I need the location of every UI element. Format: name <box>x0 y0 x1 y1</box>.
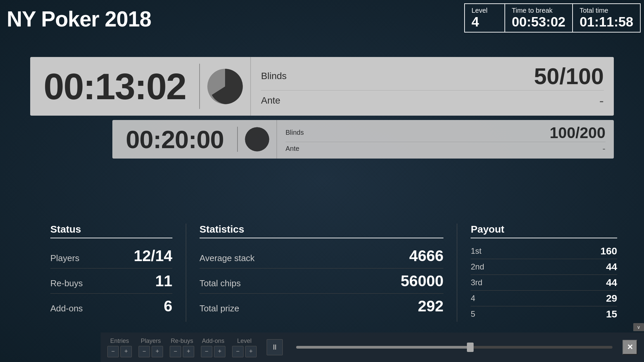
payout-amount: 15 <box>606 308 617 320</box>
avg-stack-value: 4666 <box>409 247 443 265</box>
next-blinds-value: 100/200 <box>550 125 605 140</box>
level-ctrl-label: Level <box>237 338 252 345</box>
addons-buttons: − + <box>201 346 225 357</box>
rebuys-minus-button[interactable]: − <box>170 346 181 357</box>
v-button[interactable]: v <box>633 323 644 331</box>
addons-plus-button[interactable]: + <box>214 346 225 357</box>
next-ante-label: Ante <box>285 145 299 153</box>
statistics-title: Statistics <box>200 224 444 238</box>
payout-amount: 44 <box>606 261 617 273</box>
payout-column: Payout 1st 160 2nd 44 3rd 44 4 29 5 15 <box>457 224 617 322</box>
ante-row: Ante - <box>261 90 604 111</box>
payout-place-label: 5 <box>471 309 475 319</box>
payout-row: 3rd 44 <box>471 275 617 291</box>
players-row: Players 12/14 <box>50 243 172 268</box>
addons-row: Add-ons 6 <box>50 294 172 318</box>
next-blinds-label: Blinds <box>285 129 304 136</box>
rebuys-plus-button[interactable]: + <box>183 346 194 357</box>
payout-amount: 29 <box>606 293 617 304</box>
avg-stack-row: Average stack 4666 <box>200 243 444 268</box>
progress-thumb <box>467 343 474 352</box>
level-label: Level <box>472 7 498 14</box>
total-time-value: 01:11:58 <box>580 14 633 29</box>
next-blinds-row: Blinds 100/200 <box>285 124 605 142</box>
rebuys-label: Re-buys <box>50 278 83 289</box>
next-timer-section: 00:20:00 <box>112 120 237 159</box>
payout-place-label: 1st <box>471 246 481 256</box>
players-control: Players − + <box>139 338 163 357</box>
current-pie-section <box>200 57 250 116</box>
rebuys-row: Re-buys 11 <box>50 268 172 294</box>
current-timer-section: 00:13:02 <box>30 57 199 116</box>
status-title: Status <box>50 224 172 238</box>
entries-minus-button[interactable]: − <box>107 346 119 357</box>
rebuys-control: Re-buys − + <box>170 338 194 357</box>
app-title: NY Poker 2018 <box>7 7 151 32</box>
blinds-value: 50/100 <box>534 65 604 87</box>
entries-plus-button[interactable]: + <box>120 346 132 357</box>
ante-label: Ante <box>261 95 280 106</box>
payout-title: Payout <box>471 224 617 238</box>
progress-slider[interactable] <box>296 346 612 349</box>
break-box: Time to break 00:53:02 <box>505 4 573 32</box>
payout-place-label: 4 <box>471 294 475 303</box>
payout-row: 4 29 <box>471 291 617 306</box>
break-label: Time to break <box>512 7 566 14</box>
level-value: 4 <box>472 14 498 29</box>
players-ctrl-label: Players <box>141 338 161 345</box>
total-time-label: Total time <box>580 7 633 14</box>
players-plus-button[interactable]: + <box>152 346 163 357</box>
total-chips-value: 56000 <box>401 272 444 290</box>
next-pie-chart <box>245 127 270 152</box>
break-value: 00:53:02 <box>512 14 566 29</box>
entries-label: Entries <box>110 338 129 345</box>
level-buttons: − + <box>232 346 257 357</box>
players-minus-button[interactable]: − <box>139 346 150 357</box>
avg-stack-label: Average stack <box>200 253 255 263</box>
payout-row: 5 15 <box>471 306 617 322</box>
total-chips-label: Total chips <box>200 278 241 289</box>
ante-value: - <box>599 93 604 108</box>
total-chips-row: Total chips 56000 <box>200 268 444 294</box>
current-blinds-section: Blinds 50/100 Ante - <box>250 57 614 116</box>
addons-control: Add-ons − + <box>201 338 225 357</box>
progress-fill <box>296 346 470 349</box>
total-prize-row: Total prize 292 <box>200 294 444 318</box>
current-pie-chart <box>207 68 244 105</box>
top-info-bar: Level 4 Time to break 00:53:02 Total tim… <box>464 3 641 33</box>
players-value: 12/14 <box>134 247 172 265</box>
status-column: Status Players 12/14 Re-buys 11 Add-ons … <box>50 224 186 322</box>
total-prize-label: Total prize <box>200 303 239 314</box>
entries-control: Entries − + <box>107 338 132 357</box>
players-buttons: − + <box>139 346 163 357</box>
next-level-panel: 00:20:00 Blinds 100/200 Ante - <box>112 120 614 159</box>
level-plus-button[interactable]: + <box>245 346 257 357</box>
payout-rows: 1st 160 2nd 44 3rd 44 4 29 5 15 <box>471 243 617 322</box>
payout-place-label: 3rd <box>471 278 482 287</box>
addons-minus-button[interactable]: − <box>201 346 212 357</box>
svg-point-2 <box>245 127 269 152</box>
payout-row: 2nd 44 <box>471 259 617 275</box>
statistics-column: Statistics Average stack 4666 Total chip… <box>186 224 458 322</box>
players-label: Players <box>50 253 79 263</box>
rebuys-ctrl-label: Re-buys <box>171 338 193 345</box>
next-timer: 00:20:00 <box>126 125 224 154</box>
rebuys-value: 11 <box>155 272 172 290</box>
entries-buttons: − + <box>107 346 132 357</box>
pause-button[interactable]: ⏸ <box>267 339 283 355</box>
payout-amount: 160 <box>600 245 617 257</box>
current-timer: 00:13:02 <box>44 65 186 108</box>
level-control: Level − + <box>232 338 257 357</box>
payout-place-label: 2nd <box>471 262 484 272</box>
blinds-label: Blinds <box>261 71 286 81</box>
level-minus-button[interactable]: − <box>232 346 244 357</box>
level-box: Level 4 <box>465 4 505 32</box>
blinds-row: Blinds 50/100 <box>261 62 604 90</box>
next-ante-value: - <box>602 143 605 154</box>
addons-label: Add-ons <box>50 303 83 314</box>
addons-value: 6 <box>164 297 172 315</box>
total-time-box: Total time 01:11:58 <box>573 4 640 32</box>
close-button[interactable]: ✕ <box>623 340 637 355</box>
addons-ctrl-label: Add-ons <box>202 338 224 345</box>
control-bar: v Entries − + Players − + Re-buys − + Ad… <box>101 333 644 362</box>
